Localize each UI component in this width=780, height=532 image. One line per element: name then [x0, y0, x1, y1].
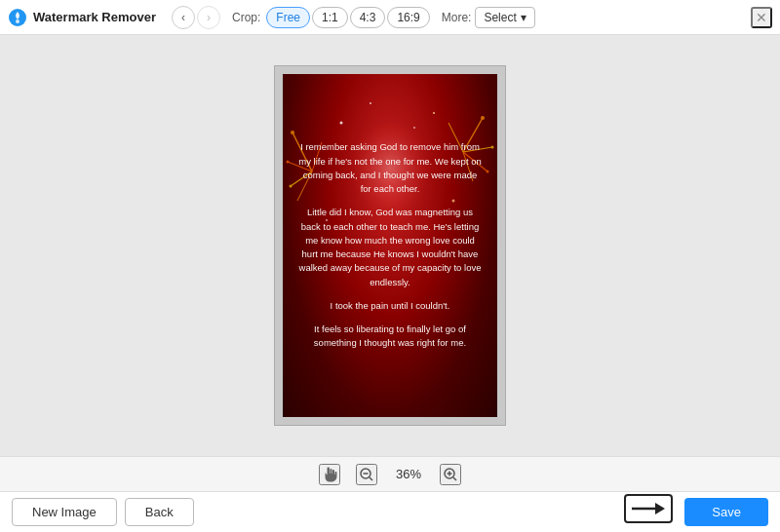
app-logo	[8, 8, 27, 27]
app-title: Watermark Remover	[33, 10, 156, 24]
crop-16-9-button[interactable]: 16:9	[387, 7, 429, 28]
zoom-out-icon	[359, 467, 374, 482]
bottom-toolbar: 36%	[0, 456, 780, 491]
crop-label: Crop:	[232, 11, 260, 24]
quote-text: I remember asking God to remove him from…	[283, 129, 497, 361]
footer-right: Save	[624, 494, 768, 530]
image-container: I remember asking God to remove him from…	[274, 65, 506, 426]
zoom-out-button[interactable]	[356, 464, 377, 485]
hand-icon	[322, 467, 337, 482]
more-label: More:	[442, 11, 472, 24]
close-button[interactable]: ✕	[751, 7, 772, 28]
crop-1-1-button[interactable]: 1:1	[312, 7, 348, 28]
zoom-level: 36%	[389, 467, 428, 481]
arrow-icon	[624, 494, 673, 530]
footer-left: New Image Back	[12, 498, 194, 526]
chevron-down-icon: ▾	[521, 11, 526, 24]
crop-free-button[interactable]: Free	[266, 7, 310, 28]
svg-line-31	[453, 477, 456, 480]
save-button[interactable]: Save	[684, 498, 768, 526]
new-image-button[interactable]: New Image	[12, 498, 117, 526]
arrow-right-icon	[624, 494, 673, 523]
quote-para-3: I took the pain until I couldn't.	[296, 299, 484, 313]
zoom-in-icon	[443, 467, 458, 482]
nav-buttons: ‹ ›	[172, 6, 220, 29]
select-label: Select	[484, 11, 516, 24]
image-inner: I remember asking God to remove him from…	[283, 74, 497, 417]
hand-tool-button[interactable]	[319, 464, 340, 485]
quote-para-2: Little did I know, God was magnetting us…	[296, 206, 484, 289]
quote-para-4: It feels so liberating to finally let go…	[296, 323, 484, 351]
svg-point-19	[340, 122, 343, 125]
nav-back-button[interactable]: ‹	[172, 6, 195, 29]
titlebar: Watermark Remover ‹ › Crop: Free 1:1 4:3…	[0, 0, 780, 35]
canvas-area: I remember asking God to remove him from…	[0, 35, 780, 456]
back-button[interactable]: Back	[125, 498, 194, 526]
nav-forward-button[interactable]: ›	[197, 6, 220, 29]
svg-point-15	[481, 116, 485, 120]
zoom-in-button[interactable]	[440, 464, 461, 485]
crop-4-3-button[interactable]: 4:3	[350, 7, 386, 28]
quote-para-1: I remember asking God to remove him from…	[296, 140, 484, 196]
crop-options: Free 1:1 4:3 16:9	[266, 7, 429, 28]
svg-point-23	[370, 102, 371, 104]
select-dropdown[interactable]: Select ▾	[475, 7, 534, 28]
svg-line-27	[370, 477, 372, 480]
svg-marker-34	[655, 503, 665, 514]
svg-point-20	[433, 112, 435, 114]
svg-point-1	[16, 19, 20, 23]
footer-bar: New Image Back Save	[0, 491, 780, 532]
